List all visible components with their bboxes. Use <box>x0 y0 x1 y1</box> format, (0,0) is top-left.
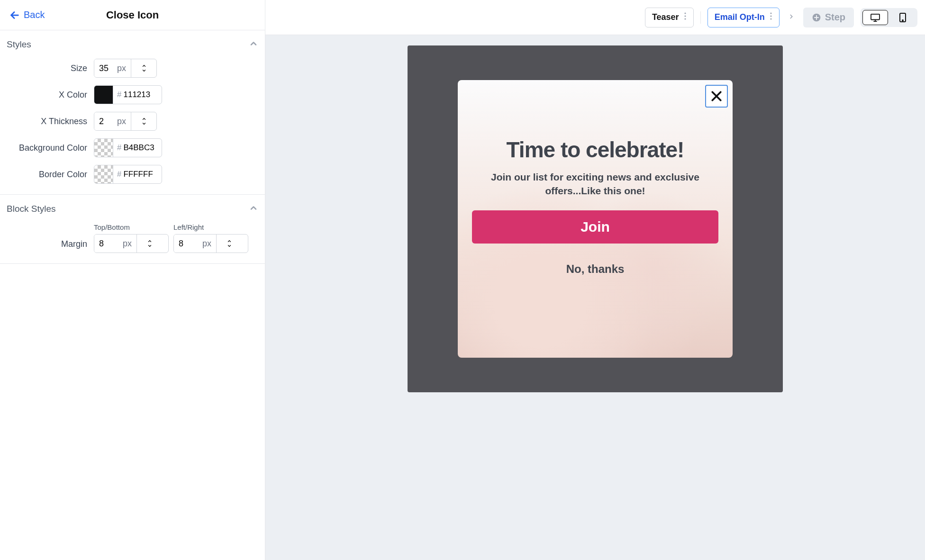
svg-point-12 <box>902 20 903 21</box>
chevron-down-icon <box>146 244 154 248</box>
field-size: Size px <box>7 59 258 78</box>
label-background-color: Background Color <box>7 143 87 153</box>
border-color-swatch[interactable] <box>94 165 113 183</box>
field-background-color: Background Color # <box>7 138 258 157</box>
label-size: Size <box>7 63 87 73</box>
label-margin: Margin <box>7 239 87 253</box>
margin-left-right: Left/Right px <box>173 223 248 253</box>
step-email-optin-label: Email Opt-In <box>715 12 765 22</box>
svg-point-6 <box>770 18 771 19</box>
step-teaser-label: Teaser <box>652 12 679 22</box>
chevron-down-icon <box>140 121 148 126</box>
chevron-up-icon <box>140 117 148 121</box>
x-color-input[interactable]: # <box>94 85 162 104</box>
border-color-input[interactable]: # <box>94 165 162 184</box>
field-x-color: X Color # <box>7 85 258 104</box>
size-stepper[interactable] <box>131 59 156 77</box>
chevron-up-icon <box>146 239 154 244</box>
arrow-left-icon <box>9 10 20 20</box>
more-vertical-icon[interactable] <box>684 12 687 23</box>
chevron-right-icon <box>786 13 797 22</box>
chevron-up-icon <box>226 239 233 244</box>
margin-tb-value-input[interactable] <box>94 235 123 253</box>
popup-cta-button[interactable]: Join <box>472 210 718 244</box>
margin-lr-input[interactable]: px <box>173 234 248 253</box>
label-border-color: Border Color <box>7 170 87 180</box>
margin-lr-unit: px <box>202 239 216 249</box>
svg-rect-8 <box>871 14 880 19</box>
svg-point-2 <box>684 15 686 17</box>
svg-point-1 <box>684 12 686 14</box>
label-margin-tb: Top/Bottom <box>94 223 169 231</box>
canvas: Time to celebrate! Join our list for exc… <box>265 35 925 560</box>
svg-point-4 <box>770 12 771 14</box>
popup-close-button[interactable] <box>705 85 728 108</box>
background-color-swatch[interactable] <box>94 139 113 157</box>
main-area: Teaser Email Opt-In Step <box>265 0 925 560</box>
margin-lr-value-input[interactable] <box>174 235 202 253</box>
section-styles: Styles Size px <box>0 30 265 195</box>
stage: Time to celebrate! Join our list for exc… <box>408 45 783 392</box>
size-value-input[interactable] <box>94 59 117 77</box>
more-vertical-icon[interactable] <box>770 12 772 23</box>
chevron-down-icon <box>226 244 233 248</box>
svg-point-3 <box>684 18 686 19</box>
panel-title: Close Icon <box>106 9 159 21</box>
x-thickness-value-input[interactable] <box>94 112 117 130</box>
margin-tb-stepper[interactable] <box>136 235 162 253</box>
chevron-up-icon <box>140 63 148 68</box>
popup-preview: Time to celebrate! Join our list for exc… <box>458 80 733 358</box>
add-step-button[interactable]: Step <box>803 8 854 27</box>
device-mobile-button[interactable] <box>890 10 916 25</box>
popup-decline-link[interactable]: No, thanks <box>472 262 718 276</box>
background-color-value-input[interactable] <box>121 143 159 153</box>
label-x-color: X Color <box>7 90 87 100</box>
step-teaser-button[interactable]: Teaser <box>645 8 694 27</box>
x-thickness-unit: px <box>117 117 131 126</box>
size-unit: px <box>117 63 131 73</box>
margin-top-bottom: Top/Bottom px <box>94 223 169 253</box>
hash-icon: # <box>113 90 121 99</box>
panel-header: Back Close Icon <box>0 0 265 30</box>
hash-icon: # <box>113 170 121 179</box>
margin-lr-stepper[interactable] <box>216 235 242 253</box>
chevron-up-icon <box>249 203 258 215</box>
plus-circle-icon <box>812 13 821 22</box>
device-desktop-button[interactable] <box>862 10 888 25</box>
x-thickness-input[interactable]: px <box>94 112 157 131</box>
device-toggle <box>861 8 917 27</box>
margin-tb-unit: px <box>123 239 136 249</box>
step-email-optin-button[interactable]: Email Opt-In <box>707 8 780 27</box>
section-block-styles: Block Styles Margin Top/Bottom px <box>0 195 265 264</box>
size-input[interactable]: px <box>94 59 157 78</box>
section-styles-header[interactable]: Styles <box>0 30 265 59</box>
back-button[interactable]: Back <box>9 9 45 20</box>
section-styles-title: Styles <box>7 39 31 50</box>
field-x-thickness: X Thickness px <box>7 112 258 131</box>
field-margin: Margin Top/Bottom px <box>7 223 258 253</box>
topbar: Teaser Email Opt-In Step <box>265 0 925 35</box>
x-thickness-stepper[interactable] <box>131 112 156 130</box>
svg-point-5 <box>770 15 771 17</box>
back-label: Back <box>24 9 45 20</box>
settings-panel: Back Close Icon Styles Size px <box>0 0 265 560</box>
field-border-color: Border Color # <box>7 165 258 184</box>
border-color-value-input[interactable] <box>121 170 159 179</box>
section-block-styles-header[interactable]: Block Styles <box>0 195 265 223</box>
popup-heading: Time to celebrate! <box>472 137 718 163</box>
x-color-swatch[interactable] <box>94 86 113 104</box>
chevron-up-icon <box>249 39 258 50</box>
desktop-icon <box>870 13 880 22</box>
margin-tb-input[interactable]: px <box>94 234 169 253</box>
hash-icon: # <box>113 143 121 153</box>
add-step-label: Step <box>825 12 845 23</box>
popup-body: Join our list for exciting news and excl… <box>472 170 718 198</box>
chevron-down-icon <box>140 68 148 73</box>
label-x-thickness: X Thickness <box>7 117 87 126</box>
background-color-input[interactable]: # <box>94 138 162 157</box>
mobile-icon <box>899 13 906 22</box>
label-margin-lr: Left/Right <box>173 223 248 231</box>
section-block-styles-title: Block Styles <box>7 204 55 214</box>
divider <box>700 11 701 24</box>
x-color-value-input[interactable] <box>121 90 159 99</box>
